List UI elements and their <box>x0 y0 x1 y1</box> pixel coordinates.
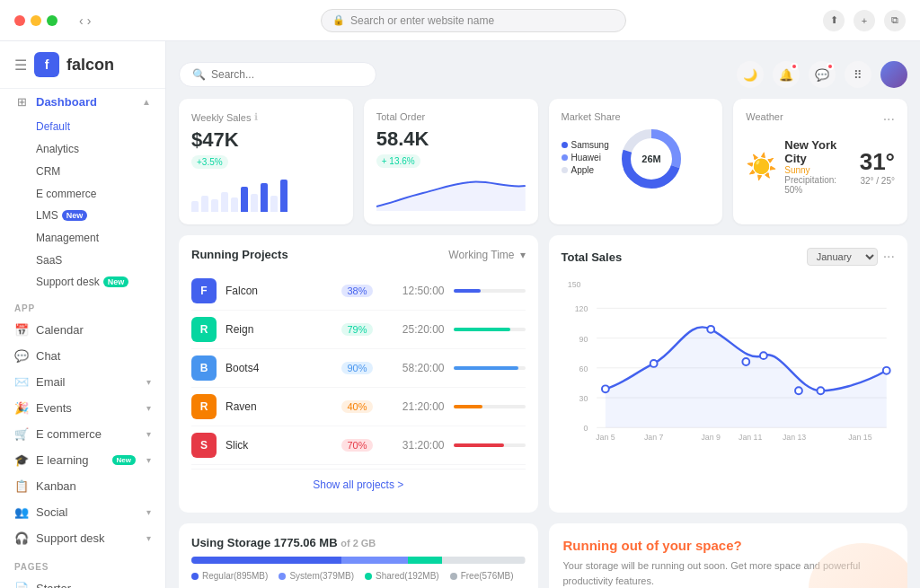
sidebar-item-events[interactable]: 🎉 Events ▾ <box>0 395 165 421</box>
svg-point-16 <box>650 360 657 367</box>
sidebar-sub-crm[interactable]: CRM <box>0 160 165 182</box>
email-chevron: ▾ <box>146 377 151 387</box>
elearning-label: E learning <box>36 453 105 467</box>
user-avatar[interactable] <box>880 61 907 88</box>
sales-header-right: January February March ··· <box>807 248 895 266</box>
messages-icon[interactable]: 💬 <box>809 61 836 88</box>
svg-point-19 <box>759 352 766 359</box>
sidebar-sub-lms[interactable]: LMS New <box>0 205 165 226</box>
donut-chart: 26M <box>620 127 683 190</box>
svg-text:120: 120 <box>574 304 588 313</box>
social-chevron: ▾ <box>146 507 151 517</box>
sales-menu[interactable]: ··· <box>883 249 895 265</box>
svg-text:Jan 7: Jan 7 <box>643 433 663 442</box>
apps-grid-icon[interactable]: ⠿ <box>845 61 871 88</box>
share-icon[interactable]: ⬆ <box>823 10 845 31</box>
hamburger-icon[interactable]: ☰ <box>14 57 27 74</box>
weather-title: Weather <box>746 111 783 122</box>
weather-menu[interactable]: ··· <box>883 111 895 127</box>
huawei-legend: Huawei <box>562 153 609 162</box>
logo-icon: f <box>34 52 59 77</box>
working-time-label: Working Time <box>448 249 514 261</box>
huawei-dot <box>562 154 568 161</box>
sales-header: Total Sales January February March ··· <box>562 248 896 266</box>
bar-4 <box>221 192 228 212</box>
svg-point-15 <box>601 385 608 392</box>
windows-icon[interactable]: ⧉ <box>884 10 906 31</box>
sidebar-sub-default[interactable]: Default <box>0 115 165 137</box>
sidebar-item-social[interactable]: 👥 Social ▾ <box>0 499 165 525</box>
svg-text:Jan 5: Jan 5 <box>596 433 615 442</box>
sidebar-sub-support[interactable]: Support desk New <box>0 271 165 293</box>
minimize-button[interactable] <box>31 15 41 26</box>
sidebar-sub-ecommerce[interactable]: E commerce <box>0 182 165 205</box>
back-button[interactable]: ‹ <box>79 13 84 28</box>
sidebar-item-email[interactable]: ✉️ Email ▾ <box>0 369 165 395</box>
lms-badge: New <box>62 210 88 221</box>
svg-text:30: 30 <box>579 394 588 403</box>
maximize-button[interactable] <box>47 15 58 26</box>
svg-text:60: 60 <box>579 364 588 373</box>
svg-text:Jan 13: Jan 13 <box>782 433 805 442</box>
weather-city: New York City <box>784 138 852 165</box>
calendar-icon: 📅 <box>14 323 29 337</box>
sales-month-select[interactable]: January February March <box>807 248 878 266</box>
raven-name: Raven <box>226 400 329 413</box>
sales-title: Total Sales <box>562 250 623 264</box>
search-input[interactable] <box>211 68 363 81</box>
browser-topbar: ‹ › 🔒 Search or enter website name ⬆ + ⧉ <box>0 0 920 41</box>
svg-text:Jan 15: Jan 15 <box>848 433 871 442</box>
storage-used: 1775.06 MB <box>274 536 338 549</box>
kanban-icon: 📋 <box>14 479 29 493</box>
weather-range: 32° / 25° <box>860 176 895 186</box>
sidebar-item-supportdesk[interactable]: 🎧 Support desk ▾ <box>0 525 165 551</box>
sidebar-sub-analytics[interactable]: Analytics <box>0 137 165 160</box>
project-row-raven: R Raven 40% 21:20:00 <box>191 388 526 426</box>
working-time-chevron[interactable]: ▾ <box>520 249 526 261</box>
storage-title: Using Storage 1775.06 MB of 2 GB <box>191 536 526 549</box>
sales-chart: 0 30 60 90 120 150 <box>562 276 896 447</box>
sidebar-item-dashboard[interactable]: ⊞ Dashboard ▲ <box>0 89 165 115</box>
svg-text:26M: 26M <box>641 154 660 164</box>
close-button[interactable] <box>14 15 25 26</box>
supportdesk-chevron: ▾ <box>146 533 151 543</box>
total-order-sparkline <box>376 175 526 211</box>
main-content: 🔍 🌙 🔔 💬 ⠿ Week <box>166 41 920 588</box>
theme-toggle[interactable]: 🌙 <box>737 61 764 88</box>
address-input[interactable]: 🔒 Search or enter website name <box>321 9 626 32</box>
sidebar-item-chat[interactable]: 💬 Chat <box>0 343 165 369</box>
sidebar-item-calendar[interactable]: 📅 Calendar <box>0 317 165 343</box>
falcon-bar <box>454 289 526 293</box>
sidebar-item-ecommerce[interactable]: 🛒 E commerce ▾ <box>0 421 165 447</box>
kanban-label: Kanban <box>36 479 151 493</box>
shared-label: Shared(192MB) <box>376 571 439 581</box>
starter-icon: 📄 <box>14 582 29 588</box>
samsung-label: Samsung <box>571 140 609 150</box>
search-bar[interactable]: 🔍 <box>179 62 376 87</box>
weekly-sales-value: $47K <box>191 128 341 152</box>
notifications-icon[interactable]: 🔔 <box>773 61 800 88</box>
message-badge <box>827 63 834 70</box>
content-header: 🔍 🌙 🔔 💬 ⠿ <box>179 54 907 99</box>
project-row-boots4: B Boots4 90% 58:20:00 <box>191 349 526 388</box>
raven-bar <box>454 405 526 408</box>
sidebar-sub-management[interactable]: Management <box>0 226 165 249</box>
boots4-name: Boots4 <box>226 362 329 374</box>
slick-time: 31:20:00 <box>382 439 445 452</box>
bar-9 <box>270 196 278 212</box>
reign-name: Reign <box>226 323 329 336</box>
bar-3 <box>211 199 218 212</box>
svg-text:90: 90 <box>579 335 588 344</box>
sidebar-header: ☰ f falcon <box>0 41 165 89</box>
sidebar-item-starter[interactable]: 📄 Starter <box>0 575 165 588</box>
ecommerce-chevron: ▾ <box>146 429 151 439</box>
forward-button[interactable]: › <box>87 13 92 28</box>
sidebar-item-elearning[interactable]: 🎓 E learning New ▾ <box>0 447 165 473</box>
sidebar-item-kanban[interactable]: 📋 Kanban <box>0 473 165 499</box>
raven-avatar: R <box>191 394 217 419</box>
new-tab-icon[interactable]: + <box>854 10 875 31</box>
show-all-projects[interactable]: Show all projects > <box>191 469 526 500</box>
sub-default-label: Default <box>36 120 70 133</box>
sidebar-sub-saas[interactable]: SaaS <box>0 249 165 271</box>
shared-legend: Shared(192MB) <box>365 571 439 581</box>
